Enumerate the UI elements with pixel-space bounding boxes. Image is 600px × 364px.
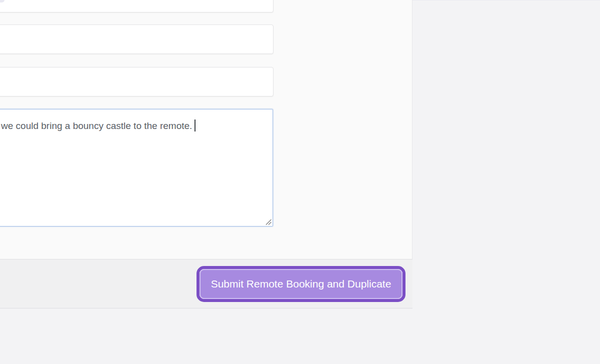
submit-remote-booking-button[interactable]: Submit Remote Booking and Duplicate [200, 269, 402, 299]
form-footer: Submit Remote Booking and Duplicate [0, 259, 412, 308]
resize-grip-icon[interactable] [265, 218, 272, 226]
text-input-1[interactable] [0, 0, 274, 12]
notes-text: we could bring a bouncy castle to the re… [1, 120, 192, 131]
page-background: we could bring a bouncy castle to the re… [0, 0, 600, 364]
notes-textarea[interactable]: we could bring a bouncy castle to the re… [0, 109, 273, 226]
text-input-3[interactable] [0, 67, 274, 96]
booking-form-card: we could bring a bouncy castle to the re… [0, 0, 412, 308]
click-highlight-ring: Submit Remote Booking and Duplicate [196, 266, 406, 302]
text-input-2[interactable] [0, 24, 274, 54]
notes-text-line: we could bring a bouncy castle to the re… [1, 119, 196, 132]
text-caret [194, 120, 196, 132]
